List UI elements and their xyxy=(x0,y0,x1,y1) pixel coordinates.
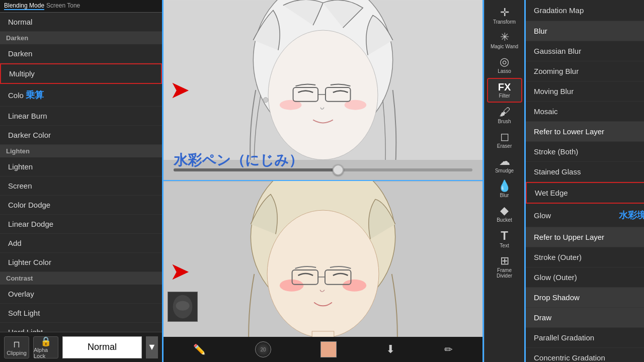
blur-icon: 💧 xyxy=(498,180,511,192)
canvas-top-arrow: ➤ xyxy=(171,78,188,103)
blend-panel-header: Blending Mode Screen Tone xyxy=(0,0,162,13)
anime-face-bottom-svg xyxy=(164,181,482,362)
filter-item-concentric-gradation[interactable]: Concentric Gradation xyxy=(526,348,644,362)
canvas-bottom-arrow: ➤ xyxy=(171,259,188,284)
blend-item-overlay[interactable]: Overlay xyxy=(0,285,162,304)
color-burn-kanji: 乗算 xyxy=(26,89,44,101)
glow-kanji: 水彩境界 xyxy=(619,209,644,221)
filter-item-blur[interactable]: Blur xyxy=(526,21,644,41)
svg-point-16 xyxy=(343,280,367,292)
screen-tone-tab[interactable]: Screen Tone xyxy=(46,2,80,10)
blend-item-color-dodge[interactable]: Color Dodge xyxy=(0,196,162,215)
filter-item-parallel-gradation[interactable]: Parallel Gradation xyxy=(526,328,644,348)
blend-panel-bottom: ⊓ Clipping 🔒 Alpha Lock Normal ▼ xyxy=(0,332,162,362)
tool-filter[interactable]: FX Filter xyxy=(487,78,522,103)
transform-icon: ✛ xyxy=(500,7,509,18)
filter-item-stroke-outer[interactable]: Stroke (Outer) xyxy=(526,247,644,267)
blend-item-darken[interactable]: Darken xyxy=(0,44,162,63)
magic-wand-icon: ✳ xyxy=(500,32,509,43)
blend-item-lighten[interactable]: Lighten xyxy=(0,157,162,176)
svg-point-2 xyxy=(268,30,378,160)
filter-item-drop-shadow[interactable]: Drop Shadow xyxy=(526,288,644,308)
tool-smudge[interactable]: ☁ Smudge xyxy=(487,153,522,176)
blend-item-soft-light[interactable]: Soft Light xyxy=(0,304,162,323)
blend-mode-display[interactable]: Normal xyxy=(62,336,142,358)
blend-category-lighten: Lighten xyxy=(0,145,162,157)
filter-item-mosaic[interactable]: Mosaic xyxy=(526,102,644,122)
canvas-bottom: ➤ xyxy=(164,181,482,362)
brush-icon: 🖌 xyxy=(499,107,510,118)
svg-point-22 xyxy=(176,301,189,310)
tool-lasso[interactable]: ◎ Lasso xyxy=(487,53,522,77)
filter-panel: Gradation Map 🔒 Blur Gaussian Blur Zoomi… xyxy=(524,0,644,362)
main-toolbar: ✛ Transform ✳ Magic Wand ◎ Lasso FX Filt… xyxy=(484,0,524,362)
canvas-area: ➤ 水彩ペン（にじみ） xyxy=(162,0,484,362)
lasso-icon: ◎ xyxy=(500,56,509,67)
svg-point-8 xyxy=(263,98,268,103)
blend-mode-list: Normal Darken Darken Multiply Colo 乗算 Li… xyxy=(0,13,162,332)
blend-item-multiply[interactable]: Multiply xyxy=(0,63,162,84)
counter-label: 20 xyxy=(260,347,266,352)
color-swatch-btn[interactable] xyxy=(320,341,337,357)
filter-icon: FX xyxy=(498,82,511,92)
blend-item-color-burn[interactable]: Colo 乗算 xyxy=(0,84,162,107)
tool-text[interactable]: T Text xyxy=(487,227,522,251)
filter-item-gradation-map[interactable]: Gradation Map 🔒 xyxy=(526,0,644,21)
tool-magic-wand[interactable]: ✳ Magic Wand xyxy=(487,29,522,52)
blend-item-lighter-color[interactable]: Lighter Color xyxy=(0,253,162,272)
filter-item-stained-glass[interactable]: Stained Glass xyxy=(526,162,644,182)
svg-point-15 xyxy=(280,280,304,292)
layer-thumbnail xyxy=(168,292,198,322)
filter-item-glow[interactable]: Glow 水彩境界 xyxy=(526,204,644,227)
watercolor-text: 水彩ペン（にじみ） xyxy=(174,151,303,170)
blend-item-normal[interactable]: Normal xyxy=(0,13,162,32)
blend-item-darker-color[interactable]: Darker Color xyxy=(0,126,162,145)
canvas-top: ➤ 水彩ペン（にじみ） xyxy=(164,0,482,181)
tool-icon-btn[interactable]: ✏ xyxy=(444,343,453,355)
eraser-icon: ◻ xyxy=(500,131,509,142)
filter-item-wet-edge[interactable]: Wet Edge xyxy=(526,182,644,204)
alpha-lock-icon: 🔒 xyxy=(40,336,51,347)
bucket-icon: ◆ xyxy=(500,205,509,216)
tool-blur[interactable]: 💧 Blur xyxy=(487,177,522,201)
filter-item-zooming-blur[interactable]: Zooming Blur xyxy=(526,61,644,81)
color-circle-btn[interactable]: 20 xyxy=(255,341,271,357)
frame-divider-icon: ⊞ xyxy=(500,255,509,266)
alpha-lock-button[interactable]: 🔒 Alpha Lock xyxy=(33,336,58,358)
tool-bucket[interactable]: ◆ Bucket xyxy=(487,202,522,226)
anime-face-top: ➤ 水彩ペン（にじみ） xyxy=(164,0,482,180)
filter-list: Gradation Map 🔒 Blur Gaussian Blur Zoomi… xyxy=(526,0,644,362)
blend-item-add[interactable]: Add xyxy=(0,234,162,253)
text-icon: T xyxy=(501,230,508,242)
blend-item-linear-dodge[interactable]: Linear Dodge xyxy=(0,215,162,234)
blend-mode-arrow[interactable]: ▼ xyxy=(146,336,158,358)
tool-transform[interactable]: ✛ Transform xyxy=(487,4,522,28)
blending-mode-tab[interactable]: Blending Mode xyxy=(4,2,44,10)
smudge-icon: ☁ xyxy=(499,156,510,167)
tool-brush[interactable]: 🖌 Brush xyxy=(487,104,522,127)
filter-item-refer-lower[interactable]: Refer to Lower Layer xyxy=(526,122,644,142)
blend-category-contrast: Contrast xyxy=(0,272,162,285)
blend-item-hard-light[interactable]: Hard Light xyxy=(0,323,162,332)
filter-item-glow-outer[interactable]: Glow (Outer) xyxy=(526,267,644,288)
blend-item-screen[interactable]: Screen xyxy=(0,176,162,196)
clipping-icon: ⊓ xyxy=(13,339,20,350)
canvas-bottom-toolbar: ✏️ 20 ⬇ ✏ xyxy=(164,337,482,362)
move-down-btn[interactable]: ⬇ xyxy=(386,343,395,356)
filter-item-stroke-both[interactable]: Stroke (Both) xyxy=(526,142,644,162)
filter-item-moving-blur[interactable]: Moving Blur xyxy=(526,81,644,102)
slider-thumb[interactable] xyxy=(333,164,344,175)
filter-item-refer-upper[interactable]: Refer to Upper Layer xyxy=(526,227,644,247)
svg-point-13 xyxy=(267,210,379,338)
blend-category-darken: Darken xyxy=(0,32,162,44)
blend-mode-panel: Blending Mode Screen Tone Normal Darken … xyxy=(0,0,162,362)
blend-item-linear-burn[interactable]: Linear Burn xyxy=(0,107,162,126)
filter-item-gaussian-blur[interactable]: Gaussian Blur xyxy=(526,41,644,61)
tool-eraser[interactable]: ◻ Eraser xyxy=(487,128,522,152)
filter-item-draw[interactable]: Draw xyxy=(526,308,644,328)
clipping-button[interactable]: ⊓ Clipping xyxy=(4,336,29,358)
tool-frame-divider[interactable]: ⊞ Frame Divider xyxy=(487,252,522,282)
pen-tool-btn[interactable]: ✏️ xyxy=(193,343,206,355)
